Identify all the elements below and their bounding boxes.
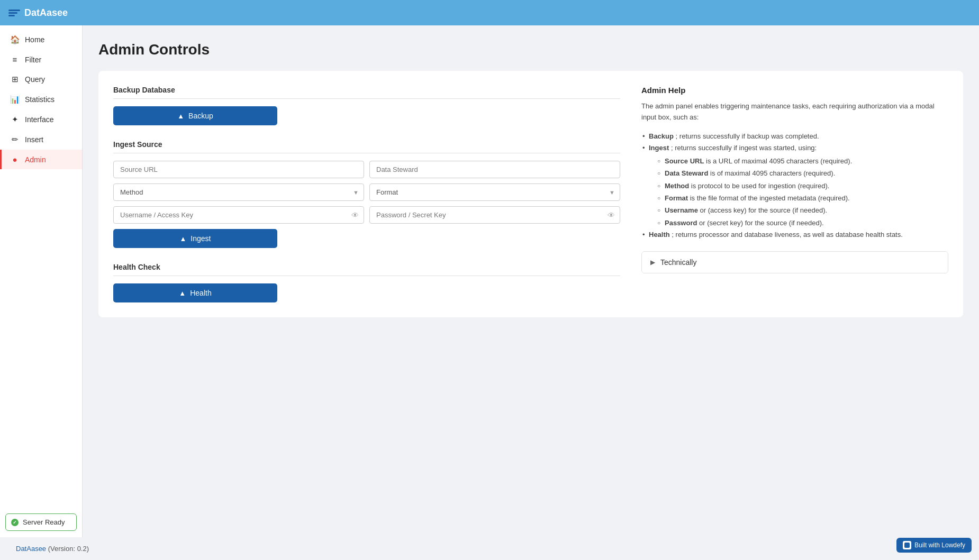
help-title: Admin Help [641, 86, 948, 95]
help-sub-password: Password or (secret key) for the source … [657, 217, 948, 229]
technically-accordion: ▶ Technically [641, 251, 948, 273]
health-button-icon: ▲ [179, 289, 186, 297]
ingest-row-1 [113, 161, 620, 178]
lowdefy-badge[interactable]: Built with Lowdefy [896, 538, 972, 553]
backup-button-icon: ▲ [177, 112, 184, 120]
technically-label: Technically [660, 258, 696, 267]
sidebar-item-filter[interactable]: ≡ Filter [0, 50, 82, 69]
backup-section: Backup Database ▲ Backup [113, 86, 620, 125]
data-steward-input[interactable] [369, 161, 620, 178]
admin-icon: ● [10, 155, 20, 164]
help-backup-label: Backup [649, 132, 674, 140]
interface-icon: ✦ [10, 115, 20, 124]
backup-button[interactable]: ▲ Backup [113, 106, 277, 125]
sidebar-label-statistics: Statistics [25, 95, 55, 104]
footer-link[interactable]: DatAasee [16, 545, 46, 553]
sidebar: 🏠 Home ≡ Filter ⊞ Query 📊 Statistics ✦ I… [0, 25, 83, 537]
statistics-icon: 📊 [10, 95, 20, 104]
server-ready-label: Server Ready [23, 518, 65, 526]
help-ingest-sublist: Source URL is a URL of maximal 4095 char… [649, 155, 948, 229]
health-section: Health Check ▲ Health [113, 263, 620, 302]
query-icon: ⊞ [10, 75, 20, 84]
help-ingest-label: Ingest [649, 144, 669, 152]
sidebar-item-query[interactable]: ⊞ Query [0, 69, 82, 89]
left-panel: Backup Database ▲ Backup Ingest Source [113, 86, 620, 302]
sidebar-label-interface: Interface [25, 115, 53, 124]
right-panel: Admin Help The admin panel enables trigg… [641, 86, 948, 302]
help-list: Backup ; returns successfully if backup … [641, 131, 948, 241]
home-icon: 🏠 [10, 35, 20, 44]
help-health-label: Health [649, 231, 670, 238]
username-wrapper: 👁 [113, 206, 364, 224]
ingest-row-2: Method ▼ Format ▼ [113, 183, 620, 201]
help-ingest-text: ; returns succesfully if ingest was star… [671, 144, 817, 152]
sidebar-item-home[interactable]: 🏠 Home [0, 30, 82, 50]
server-ready-container: Server Ready [0, 507, 82, 537]
help-item-ingest: Ingest ; returns succesfully if ingest w… [641, 142, 948, 229]
insert-icon: ✏ [10, 135, 20, 144]
health-section-title: Health Check [113, 263, 620, 276]
logo-waves-icon [8, 10, 20, 16]
format-select-wrapper: Format ▼ [369, 183, 620, 201]
app-name: DatAasee [24, 7, 68, 19]
sidebar-item-admin[interactable]: ● Admin [0, 150, 82, 169]
top-navigation: DatAasee [0, 0, 979, 25]
backup-button-label: Backup [188, 112, 213, 120]
sidebar-item-insert[interactable]: ✏ Insert [0, 130, 82, 150]
method-select[interactable]: Method [113, 183, 364, 201]
help-sub-format: Format is the file format of the ingeste… [657, 192, 948, 204]
main-content: Admin Controls Backup Database ▲ Backup … [83, 25, 979, 537]
lowdefy-icon-inner [904, 543, 910, 548]
lowdefy-label: Built with Lowdefy [914, 541, 965, 549]
admin-card: Backup Database ▲ Backup Ingest Source [98, 71, 963, 317]
page-title: Admin Controls [98, 41, 963, 58]
username-input[interactable] [113, 206, 364, 224]
lowdefy-icon [903, 541, 911, 549]
sidebar-label-admin: Admin [25, 155, 46, 164]
footer-version: (Version: 0.2) [48, 545, 89, 553]
server-ready-status-icon [11, 519, 19, 526]
username-eye-icon[interactable]: 👁 [351, 211, 359, 219]
password-wrapper: 👁 [369, 206, 620, 224]
help-sub-username: Username or (access key) for the source … [657, 204, 948, 216]
sidebar-label-insert: Insert [25, 135, 43, 144]
format-select[interactable]: Format [369, 183, 620, 201]
technically-accordion-header[interactable]: ▶ Technically [642, 252, 948, 273]
ingest-row-3: 👁 👁 [113, 206, 620, 224]
source-url-input[interactable] [113, 161, 364, 178]
app-logo[interactable]: DatAasee [8, 7, 68, 19]
ingest-button-label: Ingest [191, 234, 211, 243]
app-layout: 🏠 Home ≡ Filter ⊞ Query 📊 Statistics ✦ I… [0, 25, 979, 537]
ingest-section: Ingest Source Method ▼ [113, 140, 620, 248]
server-ready-badge: Server Ready [5, 513, 77, 531]
technically-chevron-icon: ▶ [650, 259, 655, 266]
password-input[interactable] [369, 206, 620, 224]
health-button-label: Health [190, 289, 211, 297]
ingest-section-title: Ingest Source [113, 140, 620, 153]
help-intro: The admin panel enables triggering maint… [641, 101, 948, 123]
help-item-health: Health ; returns processor and database … [641, 229, 948, 241]
health-button[interactable]: ▲ Health [113, 283, 277, 302]
ingest-button[interactable]: ▲ Ingest [113, 229, 277, 248]
sidebar-label-home: Home [25, 35, 44, 44]
sidebar-label-query: Query [25, 75, 45, 84]
help-sub-source-url: Source URL is a URL of maximal 4095 char… [657, 155, 948, 167]
help-backup-text: ; returns successfully if backup was com… [676, 132, 819, 140]
method-select-wrapper: Method ▼ [113, 183, 364, 201]
help-health-text: ; returns processor and database livenes… [672, 231, 902, 238]
help-item-backup: Backup ; returns successfully if backup … [641, 131, 948, 142]
footer: DatAasee (Version: 0.2) [0, 537, 979, 560]
ingest-button-icon: ▲ [179, 235, 186, 243]
sidebar-item-statistics[interactable]: 📊 Statistics [0, 89, 82, 109]
sidebar-item-interface[interactable]: ✦ Interface [0, 109, 82, 130]
sidebar-label-filter: Filter [25, 56, 41, 64]
help-sub-method: Method is protocol to be used for ingest… [657, 180, 948, 192]
backup-section-title: Backup Database [113, 86, 620, 99]
filter-icon: ≡ [10, 55, 20, 64]
password-eye-icon[interactable]: 👁 [608, 211, 615, 219]
help-sub-data-steward: Data Steward is of maximal 4095 characte… [657, 167, 948, 179]
